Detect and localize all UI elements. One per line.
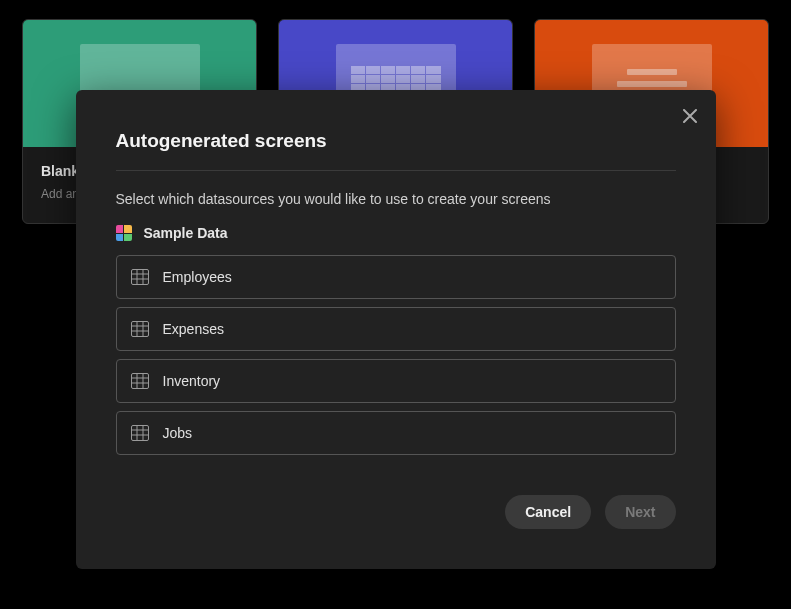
cancel-button[interactable]: Cancel xyxy=(505,495,591,529)
option-jobs[interactable]: Jobs xyxy=(116,411,676,455)
table-icon xyxy=(131,425,149,441)
svg-rect-5 xyxy=(131,322,148,337)
close-button[interactable] xyxy=(676,102,704,130)
modal-title: Autogenerated screens xyxy=(116,130,676,152)
option-label: Employees xyxy=(163,269,232,285)
svg-rect-15 xyxy=(131,426,148,441)
option-expenses[interactable]: Expenses xyxy=(116,307,676,351)
datasource-icon xyxy=(116,225,132,241)
svg-rect-10 xyxy=(131,374,148,389)
close-icon xyxy=(683,109,697,123)
datasource-options: Employees Expenses Inventory Jobs xyxy=(116,255,676,455)
next-button[interactable]: Next xyxy=(605,495,675,529)
modal-subtitle: Select which datasources you would like … xyxy=(116,191,676,207)
table-icon xyxy=(131,321,149,337)
option-employees[interactable]: Employees xyxy=(116,255,676,299)
svg-rect-0 xyxy=(131,270,148,285)
option-label: Jobs xyxy=(163,425,193,441)
divider xyxy=(116,170,676,171)
datasource-header: Sample Data xyxy=(116,225,676,241)
table-icon xyxy=(131,269,149,285)
option-inventory[interactable]: Inventory xyxy=(116,359,676,403)
option-label: Expenses xyxy=(163,321,224,337)
datasource-name: Sample Data xyxy=(144,225,228,241)
modal-actions: Cancel Next xyxy=(116,495,676,529)
modal-backdrop: Autogenerated screens Select which datas… xyxy=(0,0,791,609)
autogenerated-screens-modal: Autogenerated screens Select which datas… xyxy=(76,90,716,569)
table-icon xyxy=(131,373,149,389)
option-label: Inventory xyxy=(163,373,221,389)
